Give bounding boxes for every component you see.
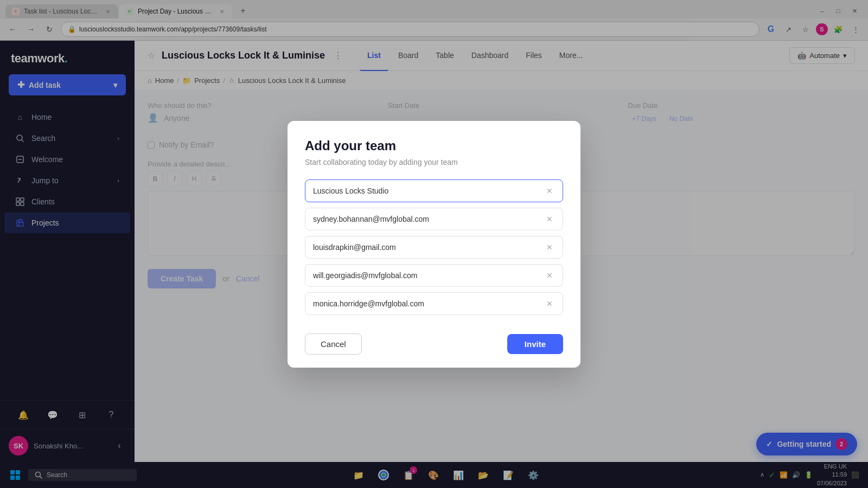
invite-label: Invite [525,339,546,349]
add-team-modal: Add your team Start collaborating today … [288,121,580,368]
email-clear-3[interactable]: ✕ [544,242,555,253]
email-field-5[interactable]: ✕ [305,292,563,315]
modal-subtitle: Start collaborating today by adding your… [305,158,563,166]
email-clear-4[interactable]: ✕ [544,270,555,281]
email-input-2[interactable] [313,215,540,223]
modal-overlay: Add your team Start collaborating today … [0,0,868,488]
modal-footer: Cancel Invite [288,325,580,368]
email-field-2[interactable]: ✕ [305,208,563,230]
email-field-4[interactable]: ✕ [305,264,563,287]
email-clear-5[interactable]: ✕ [544,298,555,309]
email-input-3[interactable] [313,243,540,252]
modal-invite-button[interactable]: Invite [507,334,563,354]
email-input-4[interactable] [313,271,540,280]
email-clear-1[interactable]: ✕ [544,185,555,196]
email-input-1[interactable] [313,187,540,195]
email-field-3[interactable]: ✕ [305,236,563,259]
email-clear-2[interactable]: ✕ [544,214,555,224]
modal-title: Add your team [305,138,563,153]
email-input-5[interactable] [313,299,540,308]
cancel-label: Cancel [321,339,346,349]
modal-cancel-button[interactable]: Cancel [305,333,362,355]
email-field-1[interactable]: ✕ [305,179,563,202]
modal-body: ✕ ✕ ✕ ✕ ✕ [288,175,580,325]
modal-header: Add your team Start collaborating today … [288,121,580,175]
